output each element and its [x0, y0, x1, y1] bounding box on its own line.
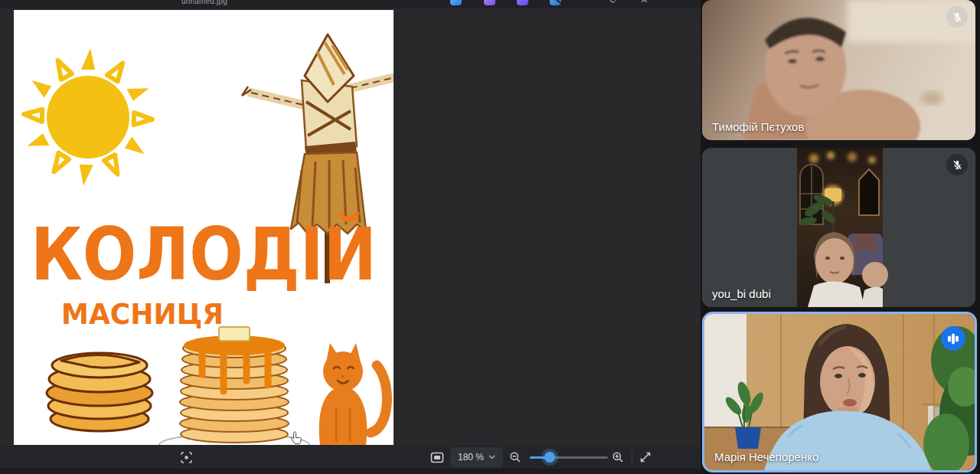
image-subtitle-text: МАСНИЦЯ — [61, 297, 224, 331]
file-name-label: unnamed.jpg — [181, 0, 227, 5]
annotate-pen-blue-icon[interactable] — [450, 0, 462, 5]
annotate-tool-disabled-icon[interactable] — [550, 0, 561, 5]
speaking-indicator-icon — [941, 326, 965, 351]
mic-muted-icon — [946, 154, 968, 175]
cat-illustration — [319, 343, 387, 445]
fullscreen-button[interactable] — [637, 449, 654, 466]
zoom-in-button[interactable] — [609, 449, 626, 466]
zoom-slider[interactable] — [530, 449, 608, 466]
participant-2-video — [702, 148, 975, 307]
center-focus-button[interactable] — [178, 449, 194, 466]
zoom-level-value: 180 % — [458, 452, 484, 463]
participant-tile-1[interactable]: Тимофій Пєтухов — [702, 0, 975, 140]
annotate-pen-purple-icon[interactable] — [484, 0, 495, 5]
sun-illustration — [24, 48, 152, 186]
participant-1-video — [702, 0, 975, 140]
share-region-bottom-gap — [0, 469, 701, 474]
participants-sidebar: Тимофій Пєтухов — [701, 0, 980, 474]
participant-3-video — [704, 314, 975, 470]
image-title-text: КОЛОДІЙ — [31, 212, 377, 296]
participant-tile-2[interactable]: you_bi dubi — [702, 148, 975, 307]
pancakes-with-butter-illustration — [159, 327, 309, 445]
participant-name: Марія Нечепоренко — [714, 450, 818, 463]
participant-tile-3-active-speaker[interactable]: Марія Нечепоренко — [702, 312, 977, 472]
hand-cursor — [290, 431, 302, 446]
zoom-level-dropdown[interactable]: 180 % — [450, 447, 503, 467]
shared-image-canvas[interactable]: КОЛОДІЙ МАСНИЦЯ — [14, 10, 394, 445]
participant-name: Тимофій Пєтухов — [712, 120, 804, 133]
toolbar-divider — [632, 451, 632, 463]
viewer-top-toolbar: unnamed.jpg ⟳ ✕ — [0, 0, 701, 8]
kolodiy-artwork: КОЛОДІЙ МАСНИЦЯ — [14, 10, 394, 445]
rotate-icon[interactable]: ⟳ — [609, 0, 618, 5]
fit-to-screen-button[interactable] — [429, 449, 446, 466]
video-call-window: unnamed.jpg ⟳ ✕ — [0, 0, 980, 474]
viewer-bottom-toolbar: 180 % — [0, 446, 701, 469]
screenshare-region: unnamed.jpg ⟳ ✕ — [0, 0, 701, 474]
mic-muted-icon — [946, 6, 968, 28]
zoom-out-button[interactable] — [507, 449, 524, 466]
chevron-down-icon — [488, 455, 495, 459]
pancake-stack-left-illustration — [47, 353, 152, 431]
annotate-marker-violet-icon[interactable] — [517, 0, 528, 5]
zoom-slider-thumb[interactable] — [544, 452, 555, 463]
participant-name: you_bi dubi — [712, 287, 771, 300]
close-icon[interactable]: ✕ — [640, 0, 648, 5]
